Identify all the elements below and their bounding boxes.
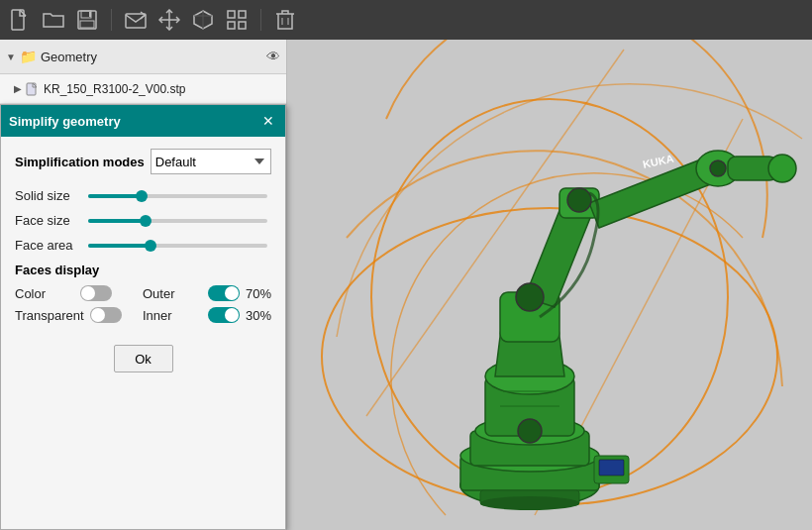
outer-label: Outer bbox=[143, 286, 202, 301]
face-area-label: Face area bbox=[15, 238, 84, 253]
svg-point-29 bbox=[567, 188, 591, 212]
transparent-toggle[interactable] bbox=[90, 307, 122, 323]
svg-rect-9 bbox=[239, 22, 246, 29]
simplify-close-button[interactable]: ✕ bbox=[259, 112, 277, 130]
svg-point-27 bbox=[518, 419, 542, 443]
inner-cell: Inner 30% bbox=[143, 307, 271, 323]
svg-point-25 bbox=[768, 155, 796, 182]
geometry-folder-icon: 📁 bbox=[20, 49, 37, 64]
face-area-row: Face area bbox=[15, 238, 271, 253]
new-file-icon[interactable] bbox=[8, 8, 32, 32]
svg-rect-3 bbox=[80, 21, 94, 28]
outer-toggle[interactable] bbox=[208, 285, 240, 301]
outer-value: 70% bbox=[246, 286, 271, 301]
simplification-modes-row: Simplification modes Default Low Medium … bbox=[15, 149, 271, 174]
svg-rect-6 bbox=[228, 11, 235, 18]
save-icon[interactable] bbox=[75, 8, 99, 32]
toolbar-separator-2 bbox=[260, 9, 261, 31]
simplify-title-bar: Simplify geometry ✕ bbox=[1, 105, 285, 137]
faces-display-section-title: Faces display bbox=[15, 263, 271, 277]
geometry-header: ▼ 📁 Geometry 👁 bbox=[0, 40, 286, 74]
file-type-icon bbox=[26, 82, 40, 96]
face-size-row: Face size bbox=[15, 213, 271, 228]
modes-select[interactable]: Default Low Medium High bbox=[151, 149, 271, 174]
transparent-label: Transparent bbox=[15, 308, 84, 323]
file-expand-arrow[interactable]: ▶ bbox=[14, 83, 22, 94]
move-icon[interactable] bbox=[157, 8, 181, 32]
color-cell: Color bbox=[15, 285, 133, 301]
main-area: ▼ 📁 Geometry 👁 ▶ KR_150_R3100-2_V00.stp … bbox=[0, 40, 812, 530]
face-area-track[interactable] bbox=[88, 244, 267, 248]
inner-label: Inner bbox=[143, 308, 202, 323]
ok-button-row: Ok bbox=[15, 337, 271, 384]
toolbar-separator-1 bbox=[111, 9, 112, 31]
geometry-label: Geometry bbox=[41, 50, 97, 64]
color-toggle[interactable] bbox=[80, 285, 112, 301]
delete-icon[interactable] bbox=[273, 8, 297, 32]
geometry-expand-arrow[interactable]: ▼ bbox=[6, 52, 16, 62]
outer-cell: Outer 70% bbox=[143, 285, 271, 301]
svg-rect-8 bbox=[228, 22, 235, 29]
grid-icon[interactable] bbox=[225, 8, 249, 32]
faces-display-grid: Color Outer 70% bbox=[15, 285, 271, 323]
3d-viewport[interactable]: KUKA bbox=[287, 40, 812, 530]
inner-value: 30% bbox=[246, 308, 271, 323]
file-name-label: KR_150_R3100-2_V00.stp bbox=[44, 82, 185, 96]
face-size-track[interactable] bbox=[88, 219, 267, 223]
svg-point-34 bbox=[480, 496, 579, 510]
solid-size-row: Solid size bbox=[15, 188, 271, 203]
svg-point-30 bbox=[710, 160, 726, 176]
toolbar bbox=[0, 0, 812, 40]
inner-toggle[interactable] bbox=[208, 307, 240, 323]
face-size-label: Face size bbox=[15, 213, 84, 228]
svg-point-28 bbox=[516, 283, 544, 311]
simplify-body: Simplification modes Default Low Medium … bbox=[1, 137, 285, 529]
file-item[interactable]: ▶ KR_150_R3100-2_V00.stp bbox=[0, 74, 286, 104]
modes-label: Simplification modes bbox=[15, 155, 145, 169]
svg-rect-36 bbox=[599, 460, 624, 476]
left-panel: ▼ 📁 Geometry 👁 ▶ KR_150_R3100-2_V00.stp … bbox=[0, 40, 287, 530]
solid-size-label: Solid size bbox=[15, 188, 84, 203]
svg-rect-4 bbox=[89, 12, 91, 17]
geometry-visibility-icon[interactable]: 👁 bbox=[266, 49, 280, 64]
3d-box-icon[interactable] bbox=[191, 8, 215, 32]
svg-rect-7 bbox=[239, 11, 246, 18]
export-icon[interactable] bbox=[124, 8, 148, 32]
solid-size-track[interactable] bbox=[88, 194, 267, 198]
simplify-dialog: Simplify geometry ✕ Simplification modes… bbox=[0, 104, 286, 530]
simplify-dialog-title: Simplify geometry bbox=[9, 114, 121, 129]
open-folder-icon[interactable] bbox=[42, 8, 65, 32]
color-label: Color bbox=[15, 286, 74, 301]
geometry-header-left: ▼ 📁 Geometry bbox=[6, 49, 97, 64]
ok-button[interactable]: Ok bbox=[114, 345, 173, 372]
transparent-cell: Transparent bbox=[15, 307, 133, 323]
